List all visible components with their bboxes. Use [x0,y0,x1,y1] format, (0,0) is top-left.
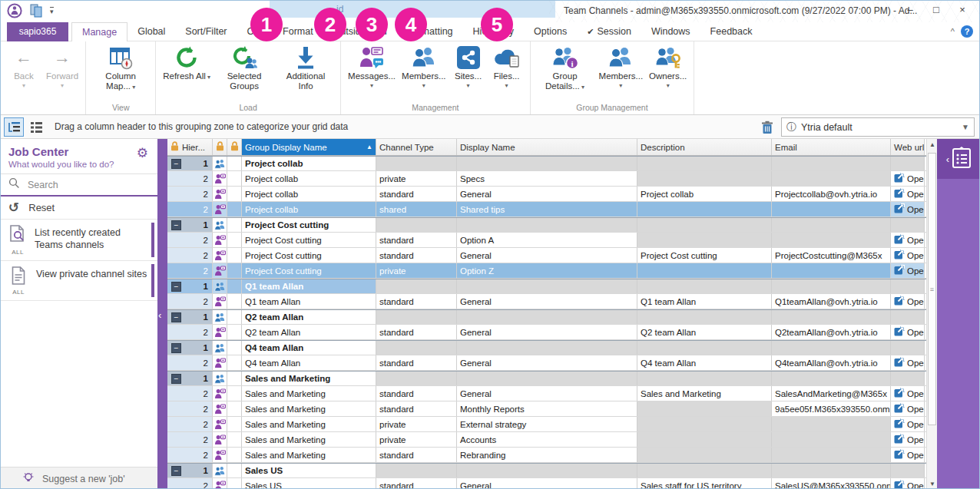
sidebar-collapse-strip[interactable]: ‹ [157,139,167,489]
chevron-expand-icon[interactable]: ‹ [946,154,949,165]
members--button[interactable]: Members...▾ [596,44,647,91]
channel-row[interactable]: 2Project Cost cuttingstandardGeneralProj… [167,248,926,263]
team-group-row[interactable]: −1Sales US [167,463,926,478]
text: General [460,358,492,368]
column-header-name[interactable]: Group Display Name▲ [242,139,376,155]
open-web-url-link[interactable]: Oper [894,449,925,461]
channel-row[interactable]: 2Sales USstandardGeneralSales staff for … [167,478,926,489]
close-button[interactable]: × [952,2,973,18]
team-group-row[interactable]: −1Q2 team Allan [167,309,926,325]
channel-row[interactable]: 2Project Cost cuttingstandardOption AOpe… [167,233,926,248]
collapse-expander[interactable]: − [171,466,181,476]
channel-row[interactable]: 2Sales and MarketingprivateExternal stra… [167,417,926,432]
sites--button[interactable]: Sites...▾ [449,44,488,91]
team-group-row[interactable]: −1Project collab [167,156,926,171]
suggest-job-button[interactable]: Suggest a new 'job' [1,467,157,489]
collapse-expander[interactable]: − [171,343,181,353]
collapse-expander[interactable]: − [171,159,181,169]
job-item[interactable]: ALLList recently created Teams channels [1,220,157,261]
collapse-expander[interactable]: − [171,282,181,292]
group-details--button[interactable]: iGroup Details... ▾ [535,44,596,94]
channel-row[interactable]: 2Project collabstandardGeneralProject co… [167,187,926,202]
open-web-url-link[interactable]: Oper [894,173,925,184]
collapse-ribbon-icon[interactable]: ^ [951,27,955,36]
tab-session[interactable]: ✔Session [577,22,641,41]
tab-sort-filter[interactable]: Sort/Filter [175,22,237,41]
open-web-url-link[interactable]: Oper [894,326,925,338]
column-header-pad[interactable] [227,139,242,155]
team-group-row[interactable]: −1Project Cost cutting [167,217,926,233]
column-map--button[interactable]: Column Map... ▾ [90,44,151,94]
messages--button[interactable]: Messages...▾ [345,44,399,91]
channel-row[interactable]: 2Sales and MarketingstandardRebrandingOp… [167,448,926,463]
column-header-hier[interactable]: Hier... [167,139,213,155]
channel-row[interactable]: 2Sales and MarketingprivateAccountsOper [167,432,926,448]
files--button[interactable]: Files...▾ [488,44,526,91]
chevron-left-icon[interactable]: ‹ [158,309,161,321]
window-switch-icon[interactable] [30,4,42,18]
channel-row[interactable]: 2Project collabprivateSpecsOper [167,171,926,187]
open-web-url-link[interactable]: Oper [894,357,925,368]
qat-dropdown-icon[interactable]: ▾ [50,7,54,15]
maximize-button[interactable]: □ [925,2,947,18]
scroll-down-icon[interactable]: ▼ [927,478,938,489]
open-web-url-link[interactable]: Oper [894,265,925,276]
open-web-url-link[interactable]: Oper [894,188,925,200]
hierarchy-view-toggle[interactable] [4,117,24,137]
open-web-url-link[interactable]: Oper [894,296,925,307]
column-header-desc[interactable]: Description [637,139,772,155]
open-web-url-link[interactable]: Oper [894,234,925,246]
column-header-type[interactable]: Channel Type [376,139,457,155]
open-web-url-link[interactable]: Oper [894,388,925,399]
owners--button[interactable]: Owners...▾ [646,44,690,91]
additional-info-button[interactable]: Additional Info [275,44,336,93]
tab-global[interactable]: Global [127,22,175,41]
collapse-expander[interactable]: − [171,374,181,384]
open-web-url-link[interactable]: Oper [894,418,925,430]
reset-button[interactable]: ↺ Reset [1,197,157,220]
open-web-url-link[interactable]: Oper [894,249,925,261]
selected-groups-button[interactable]: Selected Groups [214,44,275,93]
channel-row[interactable]: 2Sales and MarketingstandardMonthly Repo… [167,401,926,417]
channel-row[interactable]: 2Sales and MarketingstandardGeneralSales… [167,386,926,401]
vertical-scrollbar[interactable]: ▲ ≡ ▼ [926,139,937,489]
team-group-row[interactable]: −1Q1 team Allan [167,279,926,294]
combobox-caret-icon[interactable]: ▼ [962,123,969,131]
scrollbar-thumb[interactable]: ≡ [928,153,936,425]
job-item[interactable]: ALLView private channel sites [1,261,157,301]
tab-sapio365[interactable]: sapio365 [7,22,68,41]
open-web-url-link[interactable]: Oper [894,403,925,415]
refresh-all-button[interactable]: Refresh All ▾ [160,44,214,84]
help-icon[interactable]: ? [961,25,973,38]
channel-row[interactable]: 2Q2 team AllanstandardGeneralQ2 team All… [167,325,926,340]
tab-manage[interactable]: Manage [71,22,127,41]
column-header-display[interactable]: Display Name [457,139,637,155]
search-input[interactable] [28,180,135,190]
tab-options[interactable]: Options [524,22,577,41]
team-group-row[interactable]: −1Q4 team Allan [167,340,926,355]
scroll-up-icon[interactable]: ▲ [927,139,938,150]
collapse-expander[interactable]: − [171,220,181,230]
collapse-expander[interactable]: − [171,312,181,322]
team-group-row[interactable]: −1Sales and Marketing [167,371,926,386]
channel-row[interactable]: 2Q1 team AllanstandardGeneralQ1 team All… [167,294,926,309]
grid-preset-combobox[interactable]: ⓘ Ytria default ▼ [781,117,975,137]
members--button[interactable]: Members...▾ [399,44,449,91]
column-header-web[interactable]: Web url [891,139,925,155]
open-web-url-link[interactable]: Oper [894,434,925,445]
trash-icon[interactable] [758,119,776,136]
minimize-button[interactable]: – [899,2,921,18]
tab-feedback[interactable]: Feedback [700,22,763,41]
open-web-url-link[interactable]: Oper [894,480,925,489]
open-web-url-link[interactable]: Oper [894,203,925,215]
channel-row[interactable]: 2Q4 team AllanstandardGeneralQ4 team All… [167,355,926,371]
channel-row[interactable]: 2Project Cost cuttingprivateOption ZOper [167,263,926,279]
tab-windows[interactable]: Windows [641,22,700,41]
column-header-icon[interactable] [213,139,227,155]
column-header-email[interactable]: Email [772,139,891,155]
right-panel-header[interactable]: ‹ [937,139,980,179]
channel-icon [213,202,227,216]
gear-icon[interactable]: ⚙ [137,145,148,161]
channel-row[interactable]: 2Project collabsharedShared tipsOper [167,202,926,217]
flat-view-toggle[interactable] [26,117,46,137]
